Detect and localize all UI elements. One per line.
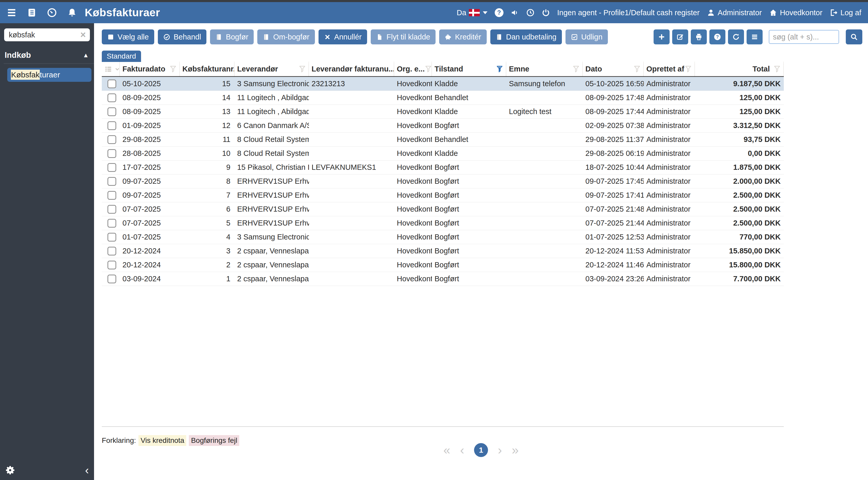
table-row[interactable]: 17-07-2025915 Pikasol, Christian II's ..…: [102, 161, 784, 174]
row-checkbox[interactable]: [107, 261, 116, 269]
column-header-fakturadato[interactable]: Fakturadato: [120, 62, 180, 76]
row-checkbox[interactable]: [107, 275, 116, 283]
svg-text:?: ?: [716, 34, 719, 39]
table-row[interactable]: 03-09-202412 cspaar, Venneslaparke...Hov…: [102, 272, 784, 286]
om-bogfør-button[interactable]: Om-bogfør: [257, 29, 315, 44]
list-icon: [751, 33, 758, 41]
user-menu[interactable]: Administrator: [707, 8, 762, 17]
kredit-r-button[interactable]: Kreditér: [439, 29, 487, 44]
print-button[interactable]: [691, 29, 707, 44]
table-row[interactable]: 05-10-2025153 Samsung Electronics N...23…: [102, 77, 784, 91]
row-checkbox[interactable]: [107, 79, 116, 88]
table-row[interactable]: 28-08-2025108 Cloud Retail Systems a...H…: [102, 146, 784, 161]
columns-button[interactable]: [747, 29, 763, 44]
sidebar-section-indkob[interactable]: Indkøb ▲: [0, 48, 94, 64]
row-checkbox[interactable]: [107, 205, 116, 214]
pagination-last-button[interactable]: »: [512, 444, 519, 456]
refresh-button[interactable]: [728, 29, 744, 44]
row-checkbox[interactable]: [107, 94, 116, 102]
search-button[interactable]: [846, 29, 862, 44]
column-header-oprettet[interactable]: Oprettet af: [644, 62, 695, 76]
table-row[interactable]: 08-09-20251411 Logitech , Abildgade 3...…: [102, 91, 784, 105]
column-header-nr[interactable]: Købsfakturanr.: [180, 62, 235, 76]
grid-search-input[interactable]: [769, 30, 839, 44]
gauge-icon[interactable]: [47, 8, 57, 18]
filter-icon[interactable]: [169, 65, 177, 73]
help[interactable]: ?: [495, 8, 503, 17]
column-header-total[interactable]: Total: [695, 62, 784, 76]
cell-oprettet: Administrator: [644, 107, 695, 116]
gear-icon[interactable]: [5, 465, 16, 475]
table-row[interactable]: 20-12-202422 cspaar, Venneslaparke...Hov…: [102, 258, 784, 272]
time[interactable]: [526, 8, 534, 17]
filter-icon[interactable]: [572, 65, 580, 73]
udlign-button[interactable]: Udlign: [565, 29, 608, 44]
table-row[interactable]: 20-12-202432 cspaar, Venneslaparke...Hov…: [102, 244, 784, 258]
row-checkbox[interactable]: [107, 219, 116, 228]
location-menu[interactable]: Hovedkontor: [769, 8, 822, 17]
cell-leverandor: ERHVERV1SUP Erhverv...: [235, 177, 309, 185]
form-icon[interactable]: [27, 8, 37, 18]
table-row[interactable]: 08-09-20251311 Logitech , Abildgade 3...…: [102, 105, 784, 119]
row-checkbox[interactable]: [107, 247, 116, 255]
row-checkbox[interactable]: [107, 107, 116, 116]
filter-active-icon[interactable]: [496, 65, 503, 73]
logout[interactable]: Log af: [830, 8, 861, 17]
row-checkbox[interactable]: [107, 191, 116, 200]
cell-org: Hovedkontor: [394, 261, 432, 269]
flyt-til-kladde-button[interactable]: Flyt til kladde: [371, 29, 436, 44]
close-icon[interactable]: ×: [80, 30, 86, 39]
pagination-current-page[interactable]: 1: [474, 443, 488, 457]
column-header-org[interactable]: Org. e...: [394, 62, 432, 76]
table-row[interactable]: 29-08-2025118 Cloud Retail Systems a...H…: [102, 133, 784, 146]
cell-oprettet: Administrator: [644, 94, 695, 102]
annull-r-button[interactable]: Annullér: [318, 29, 367, 44]
edit-button[interactable]: [672, 29, 688, 44]
pagination-prev-button[interactable]: ‹: [460, 444, 464, 456]
row-checkbox[interactable]: [107, 135, 116, 144]
filter-icon[interactable]: [425, 65, 432, 73]
row-checkbox[interactable]: [107, 177, 116, 186]
dan-udbetaling-button[interactable]: Dan udbetaling: [490, 29, 562, 44]
column-header-dato[interactable]: Dato: [583, 62, 644, 76]
add-button[interactable]: [654, 29, 670, 44]
column-header-leverandor[interactable]: Leverandør: [235, 62, 309, 76]
table-row[interactable]: 09-07-20258ERHVERV1SUP Erhverv...Hovedko…: [102, 174, 784, 188]
table-row[interactable]: 07-07-20256ERHVERV1SUP Erhverv...Hovedko…: [102, 202, 784, 216]
table-row[interactable]: 01-07-202543 Samsung Electronics N...Hov…: [102, 230, 784, 244]
column-header-tilstand[interactable]: Tilstand: [432, 62, 506, 76]
row-checkbox[interactable]: [107, 233, 116, 242]
filter-icon[interactable]: [685, 65, 692, 73]
tab-standard-view[interactable]: Standard: [102, 50, 141, 62]
filter-icon[interactable]: [633, 65, 641, 73]
help-button[interactable]: ?: [709, 29, 725, 44]
column-header-emne[interactable]: Emne: [506, 62, 583, 76]
filter-icon[interactable]: [773, 65, 781, 73]
pagination-first-button[interactable]: «: [443, 444, 450, 456]
sound[interactable]: [511, 8, 519, 17]
cell-tilstand: Behandlet: [432, 135, 506, 144]
cell-emne: Logitech test: [506, 107, 583, 116]
table-row[interactable]: 01-09-2025126 Canon Danmark A/S, ...Hove…: [102, 119, 784, 133]
menu-icon[interactable]: [7, 8, 17, 18]
table-row[interactable]: 07-07-20255ERHVERV1SUP Erhverv...Hovedko…: [102, 216, 784, 230]
row-checkbox[interactable]: [107, 163, 116, 172]
bell-icon[interactable]: [67, 8, 77, 18]
cell-nr: 11: [180, 135, 235, 144]
sidebar-collapse-icon[interactable]: ‹: [85, 465, 89, 476]
column-chooser[interactable]: [102, 62, 120, 76]
sidebar-search-input[interactable]: [8, 30, 80, 39]
vælg-alle-button[interactable]: Vælg alle: [102, 29, 154, 44]
row-checkbox[interactable]: [107, 121, 116, 130]
power[interactable]: [542, 8, 550, 17]
row-checkbox[interactable]: [107, 149, 116, 158]
behandl-button[interactable]: Behandl: [158, 29, 207, 44]
language-selector[interactable]: Da: [457, 8, 488, 17]
sidebar-item-kobsfakturaer[interactable]: Købsfakturaer: [7, 68, 91, 82]
column-header-levfaknr[interactable]: Leverandør fakturanu...: [309, 62, 394, 76]
pagination-next-button[interactable]: ›: [498, 444, 502, 456]
bogfør-button[interactable]: Bogfør: [210, 29, 254, 44]
cell-fakturadato: 17-07-2025: [120, 163, 180, 172]
table-row[interactable]: 09-07-20257ERHVERV1SUP Erhverv...Hovedko…: [102, 188, 784, 202]
filter-icon[interactable]: [299, 65, 306, 73]
